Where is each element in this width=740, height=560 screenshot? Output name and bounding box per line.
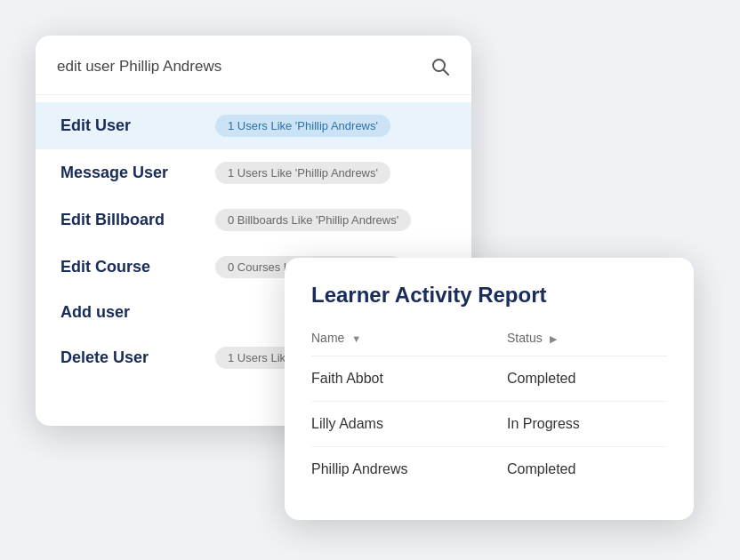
column-header-status[interactable]: Status ▶ [507,324,667,356]
menu-item-label: Message User [60,164,203,182]
menu-item-edit-billboard[interactable]: Edit Billboard 0 Billboards Like 'Philli… [36,196,471,244]
menu-item-label: Edit Billboard [60,211,203,229]
column-header-name[interactable]: Name ▼ [311,324,507,356]
menu-item-badge: 0 Billboards Like 'Phillip Andrews' [215,209,411,231]
menu-item-label: Delete User [60,348,203,367]
search-bar [36,57,471,95]
table-row: Lilly AdamsIn Progress [311,402,667,447]
menu-item-label: Edit Course [60,258,203,276]
report-panel: Learner Activity Report Name ▼ Status ▶ … [285,258,694,520]
cell-name: Phillip Andrews [311,447,507,492]
table-header-row: Name ▼ Status ▶ [311,324,667,356]
sort-arrow-status: ▶ [550,333,557,344]
menu-item-badge: 1 Users Like 'Phillip Andrews' [215,162,390,184]
menu-item-edit-user[interactable]: Edit User 1 Users Like 'Phillip Andrews' [36,102,471,149]
svg-line-1 [444,70,449,76]
report-title: Learner Activity Report [311,283,667,308]
menu-item-label: Edit User [60,116,203,135]
search-input[interactable] [57,58,422,76]
search-button[interactable] [430,57,450,76]
cell-status: Completed [507,356,667,402]
table-row: Faith AbbotCompleted [311,356,667,402]
cell-status: Completed [507,447,667,492]
report-table: Name ▼ Status ▶ Faith AbbotCompletedLill… [311,324,667,492]
search-icon [430,57,450,76]
menu-item-label: Add user [60,303,203,322]
sort-arrow-name: ▼ [351,333,361,344]
cell-name: Faith Abbot [311,356,507,402]
menu-item-message-user[interactable]: Message User 1 Users Like 'Phillip Andre… [36,149,471,196]
cell-status: In Progress [507,402,667,447]
scene: Edit User 1 Users Like 'Phillip Andrews'… [0,0,740,560]
menu-item-badge: 1 Users Like 'Phillip Andrews' [215,115,390,137]
cell-name: Lilly Adams [311,402,507,447]
table-row: Phillip AndrewsCompleted [311,447,667,492]
